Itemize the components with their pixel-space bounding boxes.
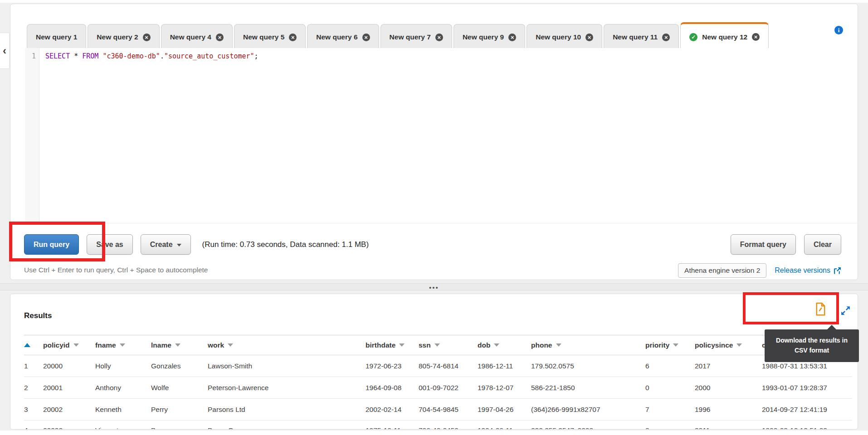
filter-dropdown-icon[interactable] [399,343,405,347]
table-cell: 20003 [43,426,95,430]
download-csv-icon[interactable] [816,304,827,319]
sql-token: "source_auto_customer" [164,52,254,60]
table-row: 120000HollyGonzalesLawson-Smith1972-06-2… [24,355,852,377]
results-header-row: policyidfnamelnameworkbirthdatessndobpho… [24,335,852,355]
panel-resize-handle[interactable]: ••• [0,283,868,290]
sql-token: . [160,52,164,60]
results-panel: Results policyidfnamelnameworkbirthdates… [10,294,858,430]
close-tab-icon[interactable]: × [508,34,516,41]
table-cell: 1988-07-31 13:53:31 [762,362,852,370]
sql-line: SELECT * FROM "c360-demo-db"."source_aut… [45,52,857,60]
release-versions-label: Release versions [775,266,830,275]
tab-label: New query 10 [536,33,581,41]
table-cell: (364)266-9991x82707 [531,406,645,414]
filter-dropdown-icon[interactable] [228,343,233,347]
tab-new-query-10[interactable]: New query 10× [527,24,602,50]
tab-label: New query 6 [316,33,357,41]
info-icon[interactable]: i [834,26,843,34]
table-cell: 704-54-9845 [419,406,478,414]
column-header-dob[interactable]: dob [478,341,531,349]
filter-dropdown-icon[interactable] [120,343,125,347]
tab-new-query-12[interactable]: ✓New query 12× [680,22,769,50]
table-cell: 1996 [695,406,762,414]
clear-button[interactable]: Clear [804,234,841,255]
collapse-panel-button[interactable]: ‹ [0,33,10,69]
close-tab-icon[interactable]: × [143,34,151,41]
column-header-work[interactable]: work [208,341,366,349]
chevron-left-icon: ‹ [3,45,6,56]
table-cell: 805-74-6814 [419,362,478,370]
run-query-button[interactable]: Run query [24,234,79,255]
sql-editor[interactable]: 1 SELECT * FROM "c360-demo-db"."source_a… [11,48,857,223]
column-header-policysince[interactable]: policysince [695,341,762,349]
sql-token: SELECT [45,52,70,60]
tab-label: New query 5 [243,33,284,41]
table-cell: Anthony [95,384,151,392]
table-row: 320002KennethPerryParsons Ltd2002-02-147… [24,399,852,420]
code-pane[interactable]: SELECT * FROM "c360-demo-db"."source_aut… [39,48,857,223]
tab-new-query-2[interactable]: New query 2× [88,24,159,50]
sql-token: "c360-demo-db" [102,52,160,60]
external-link-icon [834,267,841,275]
close-tab-icon[interactable]: × [289,34,297,41]
close-tab-icon[interactable]: × [216,34,224,41]
release-versions-link[interactable]: Release versions [775,266,841,275]
column-header-ssn[interactable]: ssn [419,341,478,349]
table-cell: Perry [151,406,208,414]
create-dropdown-button[interactable]: Create [141,234,191,255]
tab-new-query-5[interactable]: New query 5× [234,24,306,50]
table-cell: Peterson-Lawrence [208,384,366,392]
filter-dropdown-icon[interactable] [673,343,678,347]
drag-dots-icon: ••• [429,285,439,290]
column-label: dob [478,341,490,349]
table-cell: 2002-02-14 [366,406,419,414]
format-query-button[interactable]: Format query [731,234,796,255]
column-label: policyid [43,341,70,349]
filter-dropdown-icon[interactable] [175,343,180,347]
row-number: 1 [24,362,43,370]
tab-new-query-6[interactable]: New query 6× [307,24,379,50]
column-label: lname [151,341,171,349]
table-cell: Parsons Ltd [208,406,366,414]
column-header-policyid[interactable]: policyid [43,341,95,349]
expand-results-icon[interactable] [840,305,851,318]
results-title: Results [24,311,52,320]
table-cell: 2000 [695,384,762,392]
filter-dropdown-icon[interactable] [73,343,79,347]
table-cell: Burns Group [208,426,366,430]
tooltip-caret [827,325,836,329]
editor-left-margin [11,48,25,223]
close-tab-icon[interactable]: × [752,33,760,41]
query-editor-panel: New query 1New query 2×New query 4×New q… [10,4,858,280]
tab-new-query-11[interactable]: New query 11× [604,24,679,50]
filter-dropdown-icon[interactable] [556,343,561,347]
chevron-down-icon [177,244,181,246]
close-tab-icon[interactable]: × [435,34,443,41]
filter-dropdown-icon[interactable] [434,343,440,347]
column-header-priority[interactable]: priority [645,341,695,349]
filter-dropdown-icon[interactable] [736,343,742,347]
tab-new-query-7[interactable]: New query 7× [380,24,452,50]
close-tab-icon[interactable]: × [362,34,370,41]
sort-ascending-icon[interactable] [24,343,30,347]
column-label: policysince [695,341,733,349]
filter-dropdown-icon[interactable] [494,343,499,347]
column-label: priority [645,341,669,349]
column-header-fname[interactable]: fname [95,341,151,349]
tab-new-query-4[interactable]: New query 4× [161,24,233,50]
sort-header-cell[interactable] [24,343,43,347]
table-cell: 8 [645,426,695,430]
column-header-lname[interactable]: lname [151,341,208,349]
column-label: fname [95,341,116,349]
close-tab-icon[interactable]: × [662,34,670,41]
close-tab-icon[interactable]: × [585,34,593,41]
tab-new-query-9[interactable]: New query 9× [454,24,525,50]
save-as-button[interactable]: Save as [87,234,133,255]
sql-token: * [70,52,82,60]
column-header-birthdate[interactable]: birthdate [366,341,419,349]
table-cell: 6 [645,362,695,370]
table-cell: 1972-06-23 [366,362,419,370]
tab-label: New query 1 [36,33,77,41]
column-header-phone[interactable]: phone [531,341,645,349]
tab-new-query-1[interactable]: New query 1 [27,24,86,50]
